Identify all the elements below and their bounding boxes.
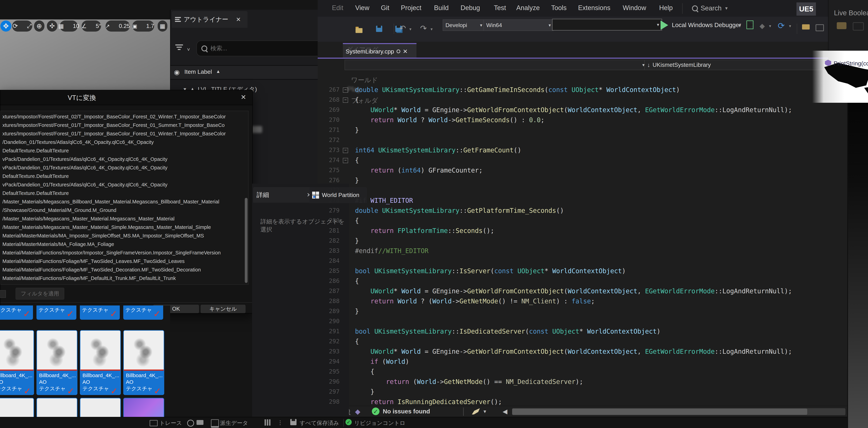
scroll-left-icon[interactable]: ◀ [503,408,507,415]
dialog-asset-row[interactable]: xtures/Impostor/Forest/Forest_01/T_Impos… [2,121,248,129]
menu-search[interactable]: Search▼ [692,4,728,12]
horizontal-scrollbar[interactable] [512,408,845,415]
save-status[interactable]: すべて保存済み [300,419,339,427]
menu-test[interactable]: Test [494,4,506,12]
dialog-titlebar[interactable]: VTに変換 ✕ [0,90,252,105]
dialog-asset-row[interactable]: /Dandelion_01/Textures/Atlas/qlCc6_4K_Op… [2,138,248,147]
undo-dropdown-icon[interactable]: ▾ [409,27,411,32]
trace-button[interactable]: トレース [159,419,182,427]
pin-icon[interactable] [397,50,400,53]
pen-dropdown-icon[interactable]: ▼ [483,409,487,414]
dialog-asset-row[interactable]: /Showcase/Ground_Material/M_Ground.M_Gro… [2,206,248,215]
texture-card[interactable]: Billboard_4K_...AOテクスチャ✓ [0,330,34,395]
menu-extensions[interactable]: Extensions [578,4,610,12]
viewport-camera-speed[interactable]: ▣1.7 [132,21,154,32]
derived-data-button[interactable]: 派生データ [220,419,248,427]
dialog-asset-row[interactable]: /Master_Materials/Megascans_Master_Mater… [2,223,248,232]
texture-card-partial[interactable] [36,398,78,417]
ue5-badge[interactable]: UE5 [797,2,816,16]
save-icon[interactable] [376,26,382,32]
nav-project-dropdown[interactable]: ▾ [345,60,647,70]
nav-scope-dropdown[interactable]: ↓ UKismetSystemLibrary ▾ [644,60,829,70]
texture-card[interactable]: Billboard_4K_...AOテクスチャ✓ [123,330,164,395]
dialog-asset-row[interactable]: vPack/Dandelion_01/Textures/Atlas/qlCc6_… [2,155,248,163]
menu-window[interactable]: Window [623,4,646,12]
menu-view[interactable]: View [355,4,369,12]
dialog-asset-row[interactable]: DefaultTexture.DefaultTexture [2,147,248,155]
dialog-asset-row[interactable]: vPack/Dandelion_01/Textures/Atlas/qlCc6_… [2,181,248,189]
viewport-rotate-scale-tools[interactable]: ⟳⤢ [12,21,32,32]
menu-tools[interactable]: Tools [551,4,567,12]
fold-marker[interactable]: − [343,148,348,153]
menu-project[interactable]: Project [401,4,421,12]
pen-icon[interactable] [472,408,480,415]
menu-help[interactable]: Help [659,4,673,12]
fold-marker[interactable]: − [343,158,348,163]
dialog-asset-row[interactable]: vPack/Dandelion_01/Textures/Atlas/qlCc6_… [2,163,248,172]
screenshot-icon[interactable] [196,420,204,425]
attach-process-icon[interactable] [802,24,810,30]
run-label[interactable]: Local Windows Debugger [672,22,741,28]
texture-card-partial[interactable] [80,398,121,417]
stats-icon[interactable] [265,419,271,426]
filter-chevron-icon[interactable]: ˅ [187,47,190,53]
dialog-asset-row[interactable]: Material/MaterialFunctions/Foliage/MF_Tw… [2,257,248,266]
dialog-close-icon[interactable]: ✕ [241,93,246,101]
dialog-asset-row[interactable]: /Master_Materials/Megascans_Master_Mater… [2,215,248,223]
nav-member-label[interactable]: PrintString(con [834,60,868,67]
run-noattach-icon[interactable] [746,21,753,29]
refresh-dropdown-icon[interactable]: ▾ [789,24,791,28]
texture-card[interactable]: Billboard_4K_...AOテクスチャ✓ [36,330,78,395]
issues-status-text[interactable]: No issues found [383,408,430,415]
startup-project-dropdown[interactable]: ▾ [552,19,662,31]
viewport-angle-snap[interactable]: ∠5° [82,21,101,32]
dialog-asset-row[interactable]: Material/MasterMaterials/MA_Foliage.MA_F… [2,240,248,248]
dialog-asset-row[interactable]: Material/MaterialFunctions/Foliage/MF_Tw… [2,266,248,274]
run-dropdown-icon[interactable]: ▾ [739,23,741,28]
dialog-asset-row[interactable]: Material/MaterialFunctions/Foliage/MF_De… [2,274,248,282]
texture-card[interactable]: Billboard_4K_...AOテクスチャ✓ [80,330,121,395]
configuration-dropdown[interactable]: Developi▾ [443,20,485,31]
redo-icon[interactable]: ↷ [420,24,427,33]
dialog-list-scrollbar[interactable] [245,198,248,283]
hot-reload-dropdown-icon[interactable]: ▾ [769,24,771,28]
texture-card-partial[interactable] [123,398,164,417]
texture-card-partial[interactable] [0,398,34,417]
texture-card-partial[interactable]: テクスチャ✓ [36,305,76,320]
redo-dropdown-icon[interactable]: ▾ [431,27,433,32]
texture-card-partial[interactable]: テクスチャ✓ [123,305,163,320]
dialog-asset-row[interactable]: DefaultTexture.DefaultTexture [2,189,248,197]
menu-build[interactable]: Build [434,4,449,12]
tab-close-icon[interactable]: ✕ [403,48,408,55]
open-file-icon[interactable] [355,28,363,33]
dialog-asset-row[interactable]: Material/MasterMaterials/MA_Impostor_Sim… [2,232,248,240]
dialog-asset-row[interactable]: /Master_Materials/Megascans_Billboard_Ma… [2,197,248,206]
dialog-asset-row[interactable]: xtures/Impostor/Forest/Forest_02/T_Impos… [2,113,248,121]
viewport-viewport-layout[interactable]: ▦ [158,21,167,32]
insights-icon[interactable] [187,420,194,427]
visibility-eye-icon[interactable]: ◉ [174,68,180,76]
revision-control-button[interactable]: リビジョンコントロ [354,419,405,427]
cancel-button[interactable]: キャンセル [201,305,245,313]
run-play-icon[interactable] [660,21,668,30]
outliner-tab-close-icon[interactable]: ✕ [236,16,241,23]
dialog-asset-row[interactable]: xtures/Impostor/Forest/Forest_01/T_Impos… [2,129,248,138]
menu-analyze[interactable]: Analyze [516,4,540,12]
refresh-icon[interactable]: ⟳ [778,21,785,31]
status-flame-icon[interactable]: ◆ [355,407,361,416]
hot-reload-icon[interactable]: ◆ [760,22,765,30]
texture-card-partial[interactable]: テクスチャ✓ [0,305,33,320]
undo-icon[interactable]: ↶ [399,24,406,33]
code-editor[interactable]: −double UKismetSystemLibrary::GetGameTim… [318,71,847,406]
viewport-scale-snap[interactable]: ↗0.25 [105,21,130,32]
platform-dropdown[interactable]: Win64▾ [484,20,554,31]
dialog-asset-row[interactable]: Material/MaterialFunctions/Impostor/Impo… [2,248,248,257]
viewport-grid-snap[interactable]: ▦10 [60,21,78,32]
overflow-menu[interactable]: ⋮ [277,419,283,426]
texture-card-partial[interactable]: テクスチャ✓ [80,305,120,320]
viewport-world-local-toggle[interactable]: ⊕ [34,21,44,32]
rotate-icon[interactable]: ⟳ [10,21,21,32]
item-label-column[interactable]: Item Label [184,68,212,75]
filter-checkbox[interactable] [0,290,6,298]
details-tab[interactable]: 詳細 ✕ [253,187,315,203]
